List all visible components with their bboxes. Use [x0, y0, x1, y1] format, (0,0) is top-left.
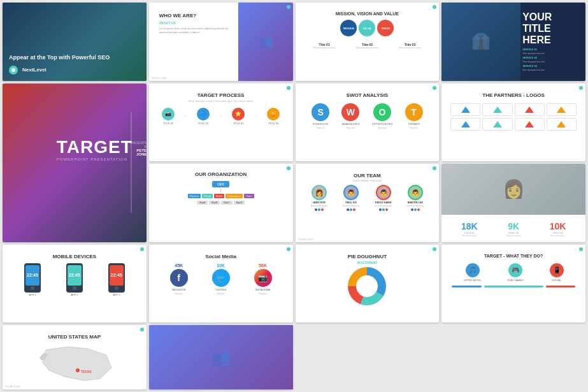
slide-org[interactable]: OUR ORGANIZATION CEO Finance Social Sale… [149, 164, 293, 242]
slide-subtitle: YOUR GREAT SUBTITLE [301, 179, 434, 182]
team-member-1: 👩 JANE DOE Business Marketing [311, 185, 327, 211]
team-member-4: 👨 MARTIN LEE Business Marketing [407, 185, 424, 211]
teal-indicator [433, 247, 436, 251]
teal-indicator [287, 166, 290, 170]
svg-text:TEXAS: TEXAS [81, 370, 92, 374]
teal-indicator [579, 86, 583, 90]
w-letter: W [341, 103, 359, 121]
teal-indicator [433, 5, 436, 9]
stats-section: 18K TITLE 01 Short description 9K TITLE … [441, 216, 585, 242]
slide-title: Social Media [154, 250, 288, 262]
slide-title: MISSION, VISION AND VALUE [301, 8, 434, 17]
teal-indicator [433, 86, 436, 90]
svg-point-0 [76, 368, 80, 372]
slide-your-title[interactable]: 👔 YOUR TITLE HERE SERVICE 01 Short descr… [441, 3, 585, 81]
slide-title: THE PARTNERS - LOGOS [447, 89, 580, 101]
donut-chart [348, 267, 386, 305]
value-circle: VALUE [359, 20, 375, 36]
slide-title: UNITED STATES MAP [8, 330, 141, 341]
ceo-box: CEO [212, 181, 229, 187]
logo-box-8 [547, 118, 577, 131]
slide-title: PIE DOUGHNUT [301, 250, 434, 261]
phone-2: 22:45 APP 2 [66, 263, 83, 296]
teal-indicator [433, 166, 436, 170]
slide-title: OUR ORGANIZATION [153, 168, 289, 180]
slide-title: TARGET PROCESS [154, 89, 288, 99]
t-letter: T [405, 103, 423, 121]
logo-box-2 [482, 103, 512, 116]
slide-target-main[interactable]: PRESENTED BY: PETER JONES TARGET POWERPO… [3, 83, 147, 242]
activity-music: 🎵 LISTEN MUSIC [464, 263, 482, 282]
logo-box-1 [450, 103, 480, 116]
headline: Appear at the Top with Powerful SEO [9, 54, 140, 62]
o-letter: O [373, 103, 391, 121]
teal-indicator [287, 247, 290, 251]
title-text: YOUR TITLE HERE [522, 11, 583, 45]
team-member-3: 👨 DIEGO SAMS Business Marketing [375, 185, 392, 211]
target-subtitle: POWERPOINT PRESENTATION [57, 157, 133, 161]
slide-swot[interactable]: SWOT ANALYSIS S STRENGTHS Short text W W… [296, 83, 440, 162]
phone-1: 22:45 APP 1 [24, 263, 41, 296]
slide-title: OUR TEAM [301, 169, 434, 179]
facebook-stat: 45K f FACEBOOK Followers [170, 263, 188, 295]
slide-stats[interactable]: 👩 18K TITLE 01 Short description 9K TITL… [441, 164, 585, 242]
logo-watermark: YOUR LOGO [152, 76, 167, 80]
logo-watermark: YOUR LOGO [5, 385, 20, 388]
logo-box-7 [515, 118, 545, 131]
activity-games: 🎮 PLAY GAMES [507, 263, 523, 282]
logo-watermark: YOUR LOGO [298, 238, 313, 241]
slide-mobile[interactable]: MOBILE DEVICES 22:45 APP 1 22:45 APP 2 2… [3, 245, 147, 323]
vision-circle: VISION [377, 20, 394, 36]
about-label: ABOUT US [159, 21, 232, 25]
teal-indicator [287, 86, 290, 90]
slide-title: SWOT ANALYSIS [301, 89, 434, 101]
mission-circle: MISSION [340, 20, 357, 36]
s-letter: S [312, 103, 329, 121]
slide-our-team[interactable]: OUR TEAM YOUR GREAT SUBTITLE 👩 JANE DOE … [296, 164, 440, 242]
slide-who-we-are[interactable]: 👥 WHO WE ARE? ABOUT US Lorem ipsum dolor… [149, 3, 293, 81]
target-title: TARGET [57, 137, 133, 157]
logo-box-6 [482, 118, 512, 131]
slide-photo[interactable]: 👥 [149, 325, 293, 389]
slide-title: MOBILE DEVICES [8, 250, 141, 261]
logo-box-4 [547, 103, 577, 116]
instagram-stat: 56K 📷 INSTAGRAM Followers [254, 263, 272, 295]
slide-partners[interactable]: THE PARTNERS - LOGOS [441, 83, 585, 162]
logo-box-5 [450, 118, 480, 131]
slide-title: WHO WE ARE? [159, 13, 232, 18]
brand-name: NextLevel [22, 67, 47, 73]
logo-box-3 [515, 103, 545, 116]
teal-indicator [140, 328, 144, 331]
slide-target-what[interactable]: TARGET - WHAT THEY DO? 🎵 LISTEN MUSIC 🎮 … [441, 245, 585, 323]
slide-pie[interactable]: PIE DOUGHNUT INVESTMENT [296, 245, 440, 323]
teal-indicator [287, 5, 290, 9]
slide-us-map[interactable]: UNITED STATES MAP TEXAS YOUR LOGO [3, 325, 147, 389]
slide-target-process[interactable]: TARGET PROCESS Short description text fo… [149, 83, 293, 162]
teal-indicator [140, 247, 144, 251]
slide-mission[interactable]: MISSION, VISION AND VALUE MISSION VALUE … [296, 3, 440, 81]
phone-3: 22:45 APP 3 [108, 263, 125, 296]
team-member-2: 👨 PAUL KO Business Marketing [343, 185, 359, 211]
activity-extra: 📱 SOCIAL [550, 263, 564, 282]
slide-title: TARGET - WHAT THEY DO? [447, 250, 580, 261]
teal-indicator [579, 247, 583, 251]
twitter-stat: 10K 🐦 TWITTER Followers [212, 263, 230, 295]
slide-social[interactable]: Social Media 45K f FACEBOOK Followers 10… [149, 245, 293, 323]
person-photo: 👩 [441, 164, 585, 215]
slide-grid: Appear at the Top with Powerful SEO Next… [0, 0, 588, 392]
slide-nextlevel[interactable]: Appear at the Top with Powerful SEO Next… [3, 3, 147, 81]
us-map-svg: TEXAS [36, 344, 113, 382]
